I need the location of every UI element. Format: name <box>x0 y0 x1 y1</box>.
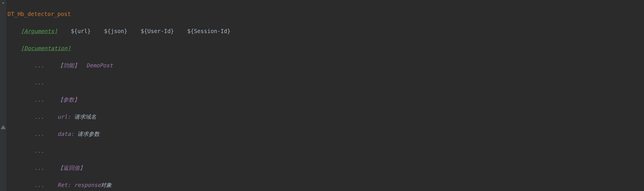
gutter <box>0 0 6 191</box>
doc-ret-tag: 【返回值】 <box>58 165 85 171</box>
documentation-line: [Documentation] <box>8 44 400 53</box>
arg-json: ${json} <box>104 28 127 34</box>
doc-ret-line: ... Ret: response对象 <box>8 181 400 189</box>
doc-cont: ... <box>34 79 44 86</box>
arguments-line: [Arguments] ${url} ${json} ${User-Id} ${… <box>8 27 400 35</box>
documentation-setting: [Documentation] <box>21 45 71 51</box>
doc-data-line: ... data: 请求参数 <box>8 130 400 138</box>
doc-url-desc: 请求域名 <box>74 113 96 120</box>
doc-param-tag-line: ... 【参数】 <box>8 96 400 104</box>
doc-cont: ... <box>34 113 44 120</box>
doc-data-desc: 请求参数 <box>77 131 99 137</box>
arg-user-id: ${User-Id} <box>141 28 174 34</box>
fold-collapse-icon[interactable] <box>1 1 5 6</box>
code-area[interactable]: DT_Hb_detector_post [Arguments] ${url} $… <box>6 0 400 191</box>
doc-blank-2: ... <box>8 147 400 155</box>
doc-ret-label: Ret: <box>58 182 71 188</box>
doc-url-line: ... url: 请求域名 <box>8 113 400 121</box>
doc-cont: ... <box>34 131 44 137</box>
doc-cont: ... <box>34 96 44 103</box>
keyword-name-line: DT_Hb_detector_post <box>8 10 400 18</box>
doc-cont: ... <box>34 165 44 171</box>
keyword-name: DT_Hb_detector_post <box>8 11 71 17</box>
fold-end-icon[interactable] <box>0 125 6 129</box>
doc-cont: ... <box>34 182 44 188</box>
arg-session-id: ${Session-Id} <box>187 28 231 34</box>
arguments-setting: [Arguments] <box>21 28 58 34</box>
doc-cont: ... <box>34 62 44 69</box>
doc-cont: ... <box>34 147 44 154</box>
doc-ret-tag-line: ... 【返回值】 <box>8 164 400 172</box>
doc-ret-en: response <box>74 182 101 188</box>
doc-param-tag: 【参数】 <box>58 96 80 103</box>
doc-blank-1: ... <box>8 78 400 87</box>
code-editor[interactable]: DT_Hb_detector_post [Arguments] ${url} $… <box>0 0 644 191</box>
doc-func-line: ... 【功能】 DemoPost <box>8 61 400 70</box>
doc-url-label: url: <box>58 113 71 120</box>
doc-func-tag: 【功能】 <box>58 62 80 69</box>
doc-data-label: data: <box>58 131 74 137</box>
doc-ret-cn: 对象 <box>101 182 112 188</box>
doc-func-val: DemoPost <box>86 62 113 69</box>
arg-url: ${url} <box>71 28 91 34</box>
